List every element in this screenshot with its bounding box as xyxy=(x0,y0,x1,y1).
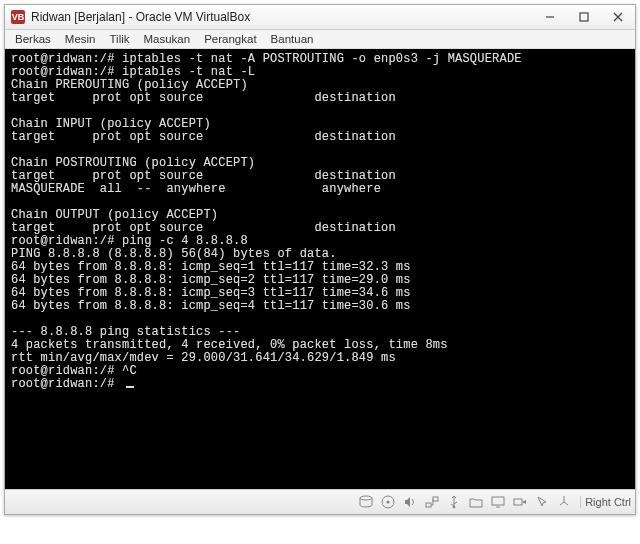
term-line: root@ridwan:/# iptables -t nat -L xyxy=(11,65,255,79)
hostkey-icon[interactable] xyxy=(556,494,572,510)
term-line: 64 bytes from 8.8.8.8: icmp_seq=1 ttl=11… xyxy=(11,260,411,274)
network-icon[interactable] xyxy=(424,494,440,510)
menubar: Berkas Mesin Tilik Masukan Perangkat Ban… xyxy=(5,30,635,49)
term-line: Chain OUTPUT (policy ACCEPT) xyxy=(11,208,218,222)
term-line: 64 bytes from 8.8.8.8: icmp_seq=2 ttl=11… xyxy=(11,273,411,287)
term-line: target prot opt source destination xyxy=(11,169,396,183)
svg-rect-11 xyxy=(514,499,522,505)
term-line: target prot opt source destination xyxy=(11,221,396,235)
terminal-output: root@ridwan:/# iptables -t nat -A POSTRO… xyxy=(11,53,629,391)
term-line: target prot opt source destination xyxy=(11,130,396,144)
menu-mesin[interactable]: Mesin xyxy=(59,31,102,47)
statusbar: Right Ctrl xyxy=(5,489,635,514)
term-line: rtt min/avg/max/mdev = 29.000/31.641/34.… xyxy=(11,351,396,365)
term-line: PING 8.8.8.8 (8.8.8.8) 56(84) bytes of d… xyxy=(11,247,337,261)
term-line: MASQUERADE all -- anywhere anywhere xyxy=(11,182,381,196)
term-line: 64 bytes from 8.8.8.8: icmp_seq=3 ttl=11… xyxy=(11,286,411,300)
term-line: root@ridwan:/# ping -c 4 8.8.8.8 xyxy=(11,234,248,248)
display-icon[interactable] xyxy=(490,494,506,510)
shared-folder-icon[interactable] xyxy=(468,494,484,510)
svg-line-2 xyxy=(614,13,622,21)
svg-rect-10 xyxy=(492,497,504,505)
hostkey-label: Right Ctrl xyxy=(580,496,631,508)
minimize-button[interactable] xyxy=(533,5,567,29)
recording-icon[interactable] xyxy=(512,494,528,510)
cursor xyxy=(126,386,134,388)
usb-icon[interactable] xyxy=(446,494,462,510)
term-prompt: root@ridwan:/# xyxy=(11,377,122,391)
terminal[interactable]: root@ridwan:/# iptables -t nat -A POSTRO… xyxy=(5,49,635,489)
audio-icon[interactable] xyxy=(402,494,418,510)
menu-berkas[interactable]: Berkas xyxy=(9,31,57,47)
svg-rect-8 xyxy=(433,497,438,501)
window-title: Ridwan [Berjalan] - Oracle VM VirtualBox xyxy=(31,10,533,24)
term-line: root@ridwan:/# iptables -t nat -A POSTRO… xyxy=(11,52,522,66)
maximize-button[interactable] xyxy=(567,5,601,29)
close-button[interactable] xyxy=(601,5,635,29)
term-line: 4 packets transmitted, 4 received, 0% pa… xyxy=(11,338,448,352)
svg-line-3 xyxy=(614,13,622,21)
window-buttons xyxy=(533,5,635,29)
harddisk-icon[interactable] xyxy=(358,494,374,510)
svg-rect-7 xyxy=(426,503,431,507)
term-line: Chain INPUT (policy ACCEPT) xyxy=(11,117,211,131)
term-line: target prot opt source destination xyxy=(11,91,396,105)
term-line: Chain PREROUTING (policy ACCEPT) xyxy=(11,78,248,92)
term-line: 64 bytes from 8.8.8.8: icmp_seq=4 ttl=11… xyxy=(11,299,411,313)
svg-point-6 xyxy=(387,501,390,504)
menu-bantuan[interactable]: Bantuan xyxy=(265,31,320,47)
app-icon: VB xyxy=(11,10,25,24)
titlebar[interactable]: VB Ridwan [Berjalan] - Oracle VM Virtual… xyxy=(5,5,635,30)
term-line: Chain POSTROUTING (policy ACCEPT) xyxy=(11,156,255,170)
menu-perangkat[interactable]: Perangkat xyxy=(198,31,262,47)
svg-point-9 xyxy=(453,506,456,509)
svg-rect-1 xyxy=(580,13,588,21)
term-line: --- 8.8.8.8 ping statistics --- xyxy=(11,325,240,339)
virtualbox-window: VB Ridwan [Berjalan] - Oracle VM Virtual… xyxy=(4,4,636,515)
term-line: root@ridwan:/# ^C xyxy=(11,364,137,378)
menu-tilik[interactable]: Tilik xyxy=(103,31,135,47)
mouse-integration-icon[interactable] xyxy=(534,494,550,510)
menu-masukan[interactable]: Masukan xyxy=(138,31,197,47)
svg-point-4 xyxy=(360,496,372,500)
optical-icon[interactable] xyxy=(380,494,396,510)
